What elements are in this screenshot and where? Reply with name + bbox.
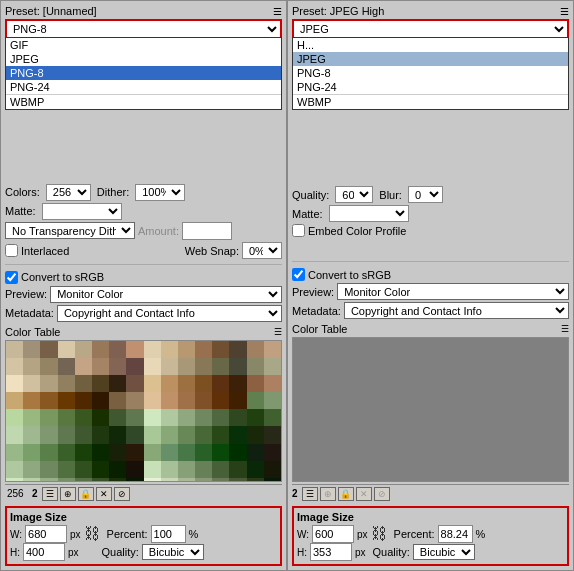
- color-cell-94[interactable]: [247, 426, 264, 443]
- color-cell-109[interactable]: [229, 444, 246, 461]
- left-footer-btn3[interactable]: 🔒: [78, 487, 94, 501]
- color-cell-47[interactable]: [264, 375, 281, 392]
- color-cell-128[interactable]: [6, 478, 23, 482]
- color-cell-72[interactable]: [144, 409, 161, 426]
- right-matte-select[interactable]: [329, 205, 409, 222]
- left-format-dropdown[interactable]: GIF JPEG PNG-8 PNG-24 WBMP: [5, 37, 282, 110]
- right-format-dropdown[interactable]: H... JPEG PNG-8 PNG-24 WBMP: [292, 37, 569, 110]
- color-cell-130[interactable]: [40, 478, 57, 482]
- left-preview-select[interactable]: Monitor Color: [50, 286, 282, 303]
- color-cell-107[interactable]: [195, 444, 212, 461]
- color-cell-11[interactable]: [195, 341, 212, 358]
- color-cell-115[interactable]: [58, 461, 75, 478]
- color-cell-73[interactable]: [161, 409, 178, 426]
- color-cell-86[interactable]: [109, 426, 126, 443]
- left-colors-select[interactable]: 256: [46, 184, 91, 201]
- right-footer-btn3[interactable]: 🔒: [338, 487, 354, 501]
- left-format-gif[interactable]: GIF: [6, 38, 281, 52]
- color-cell-85[interactable]: [92, 426, 109, 443]
- color-cell-137[interactable]: [161, 478, 178, 482]
- color-cell-23[interactable]: [126, 358, 143, 375]
- left-format-png24[interactable]: PNG-24: [6, 80, 281, 94]
- color-cell-60[interactable]: [212, 392, 229, 409]
- color-cell-97[interactable]: [23, 444, 40, 461]
- color-cell-59[interactable]: [195, 392, 212, 409]
- color-cell-40[interactable]: [144, 375, 161, 392]
- left-format-png8[interactable]: PNG-8: [6, 66, 281, 80]
- right-h-input[interactable]: [310, 543, 352, 561]
- color-cell-14[interactable]: [247, 341, 264, 358]
- color-cell-0[interactable]: [6, 341, 23, 358]
- left-amount-input[interactable]: [182, 222, 232, 240]
- color-cell-41[interactable]: [161, 375, 178, 392]
- left-format-jpeg[interactable]: JPEG: [6, 52, 281, 66]
- color-cell-90[interactable]: [178, 426, 195, 443]
- color-cell-63[interactable]: [264, 392, 281, 409]
- color-cell-136[interactable]: [144, 478, 161, 482]
- left-color-table-menu[interactable]: ☰: [274, 327, 282, 337]
- color-cell-45[interactable]: [229, 375, 246, 392]
- color-cell-62[interactable]: [247, 392, 264, 409]
- right-format-jpeg[interactable]: JPEG: [293, 52, 568, 66]
- color-cell-89[interactable]: [161, 426, 178, 443]
- color-cell-4[interactable]: [75, 341, 92, 358]
- color-cell-8[interactable]: [144, 341, 161, 358]
- color-cell-21[interactable]: [92, 358, 109, 375]
- right-footer-btn1[interactable]: ☰: [302, 487, 318, 501]
- color-cell-22[interactable]: [109, 358, 126, 375]
- color-cell-56[interactable]: [144, 392, 161, 409]
- color-cell-71[interactable]: [126, 409, 143, 426]
- color-cell-75[interactable]: [195, 409, 212, 426]
- left-websnap-select[interactable]: 0%: [242, 242, 282, 259]
- right-blur-select[interactable]: 0: [408, 186, 443, 203]
- right-preset-menu-icon[interactable]: ☰: [560, 6, 569, 17]
- color-cell-76[interactable]: [212, 409, 229, 426]
- right-percent-input[interactable]: [438, 525, 473, 543]
- color-cell-10[interactable]: [178, 341, 195, 358]
- color-cell-69[interactable]: [92, 409, 109, 426]
- color-cell-121[interactable]: [161, 461, 178, 478]
- left-footer-btn5[interactable]: ⊘: [114, 487, 130, 501]
- color-cell-66[interactable]: [40, 409, 57, 426]
- color-cell-38[interactable]: [109, 375, 126, 392]
- right-format-png24[interactable]: PNG-24: [293, 80, 568, 94]
- color-cell-106[interactable]: [178, 444, 195, 461]
- color-cell-126[interactable]: [247, 461, 264, 478]
- right-format-h[interactable]: H...: [293, 38, 568, 52]
- left-w-input[interactable]: [25, 525, 67, 543]
- color-cell-74[interactable]: [178, 409, 195, 426]
- color-cell-36[interactable]: [75, 375, 92, 392]
- color-cell-104[interactable]: [144, 444, 161, 461]
- color-cell-113[interactable]: [23, 461, 40, 478]
- color-cell-134[interactable]: [109, 478, 126, 482]
- color-cell-111[interactable]: [264, 444, 281, 461]
- color-cell-58[interactable]: [178, 392, 195, 409]
- color-cell-26[interactable]: [178, 358, 195, 375]
- color-cell-116[interactable]: [75, 461, 92, 478]
- color-cell-5[interactable]: [92, 341, 109, 358]
- color-cell-17[interactable]: [23, 358, 40, 375]
- color-cell-49[interactable]: [23, 392, 40, 409]
- color-cell-127[interactable]: [264, 461, 281, 478]
- color-cell-95[interactable]: [264, 426, 281, 443]
- color-cell-70[interactable]: [109, 409, 126, 426]
- right-footer-btn2[interactable]: ⊕: [320, 487, 336, 501]
- color-cell-53[interactable]: [92, 392, 109, 409]
- color-cell-1[interactable]: [23, 341, 40, 358]
- color-cell-55[interactable]: [126, 392, 143, 409]
- color-cell-129[interactable]: [23, 478, 40, 482]
- color-cell-77[interactable]: [229, 409, 246, 426]
- color-cell-96[interactable]: [6, 444, 23, 461]
- left-format-select[interactable]: PNG-8: [5, 19, 282, 39]
- right-footer-btn5[interactable]: ⊘: [374, 487, 390, 501]
- color-cell-139[interactable]: [195, 478, 212, 482]
- left-footer-btn2[interactable]: ⊕: [60, 487, 76, 501]
- color-cell-101[interactable]: [92, 444, 109, 461]
- color-cell-78[interactable]: [247, 409, 264, 426]
- color-cell-61[interactable]: [229, 392, 246, 409]
- color-cell-125[interactable]: [229, 461, 246, 478]
- color-cell-91[interactable]: [195, 426, 212, 443]
- color-cell-138[interactable]: [178, 478, 195, 482]
- color-cell-80[interactable]: [6, 426, 23, 443]
- right-quality-select[interactable]: 60: [335, 186, 373, 203]
